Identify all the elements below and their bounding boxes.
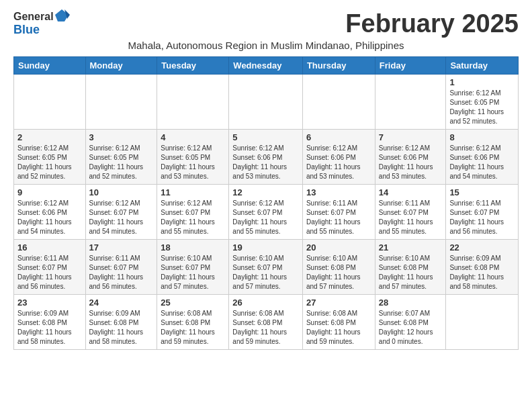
logo-general-text: General <box>13 11 54 23</box>
calendar-cell: 13Sunrise: 6:11 AM Sunset: 6:07 PM Dayli… <box>302 185 375 240</box>
calendar-cell: 1Sunrise: 6:12 AM Sunset: 6:05 PM Daylig… <box>446 75 519 130</box>
day-info: Sunrise: 6:08 AM Sunset: 6:08 PM Dayligh… <box>232 309 299 347</box>
day-number: 14 <box>379 187 443 197</box>
day-number: 15 <box>449 187 515 197</box>
day-number: 24 <box>89 298 154 308</box>
day-info: Sunrise: 6:12 AM Sunset: 6:06 PM Dayligh… <box>449 144 515 181</box>
calendar-table: SundayMondayTuesdayWednesdayThursdayFrid… <box>13 56 519 350</box>
day-info: Sunrise: 6:11 AM Sunset: 6:07 PM Dayligh… <box>89 254 154 291</box>
day-number: 11 <box>161 187 225 197</box>
calendar-cell: 23Sunrise: 6:09 AM Sunset: 6:08 PM Dayli… <box>14 295 86 350</box>
day-number: 2 <box>17 132 82 142</box>
day-info: Sunrise: 6:11 AM Sunset: 6:07 PM Dayligh… <box>306 199 371 236</box>
calendar-cell: 19Sunrise: 6:10 AM Sunset: 6:07 PM Dayli… <box>229 240 303 295</box>
calendar-cell: 27Sunrise: 6:08 AM Sunset: 6:08 PM Dayli… <box>302 295 375 350</box>
weekday-header: Tuesday <box>157 57 229 75</box>
weekday-header: Wednesday <box>229 57 303 75</box>
day-number: 4 <box>161 132 225 142</box>
calendar-cell <box>229 75 303 130</box>
day-number: 17 <box>89 242 154 253</box>
calendar-cell <box>446 295 519 350</box>
header: General Blue February 2025 <box>13 11 519 37</box>
calendar-cell: 8Sunrise: 6:12 AM Sunset: 6:06 PM Daylig… <box>446 130 519 185</box>
calendar-cell <box>14 75 86 130</box>
day-number: 16 <box>17 242 82 253</box>
day-number: 20 <box>306 242 371 253</box>
day-number: 8 <box>449 132 515 142</box>
calendar-cell <box>302 75 375 130</box>
day-number: 9 <box>17 187 82 197</box>
day-number: 25 <box>161 298 225 308</box>
day-number: 13 <box>306 187 371 197</box>
calendar-cell: 15Sunrise: 6:11 AM Sunset: 6:07 PM Dayli… <box>446 185 519 240</box>
calendar-cell: 21Sunrise: 6:10 AM Sunset: 6:08 PM Dayli… <box>375 240 446 295</box>
calendar-cell <box>375 75 446 130</box>
logo-blue-text: Blue <box>13 23 40 36</box>
weekday-header: Friday <box>375 57 446 75</box>
calendar-cell: 24Sunrise: 6:09 AM Sunset: 6:08 PM Dayli… <box>85 295 157 350</box>
day-info: Sunrise: 6:08 AM Sunset: 6:08 PM Dayligh… <box>306 309 371 347</box>
day-info: Sunrise: 6:12 AM Sunset: 6:05 PM Dayligh… <box>17 144 82 181</box>
calendar-week-row: 16Sunrise: 6:11 AM Sunset: 6:07 PM Dayli… <box>14 240 519 295</box>
calendar-week-row: 23Sunrise: 6:09 AM Sunset: 6:08 PM Dayli… <box>14 295 519 350</box>
calendar-cell: 14Sunrise: 6:11 AM Sunset: 6:07 PM Dayli… <box>375 185 446 240</box>
day-number: 26 <box>232 298 299 308</box>
calendar-cell <box>157 75 229 130</box>
day-info: Sunrise: 6:12 AM Sunset: 6:07 PM Dayligh… <box>232 199 299 236</box>
calendar-cell: 28Sunrise: 6:07 AM Sunset: 6:08 PM Dayli… <box>375 295 446 350</box>
weekday-header: Sunday <box>14 57 86 75</box>
calendar-cell: 22Sunrise: 6:09 AM Sunset: 6:08 PM Dayli… <box>446 240 519 295</box>
day-info: Sunrise: 6:12 AM Sunset: 6:06 PM Dayligh… <box>232 144 299 181</box>
calendar-cell <box>85 75 157 130</box>
day-number: 5 <box>232 132 299 142</box>
calendar-cell: 4Sunrise: 6:12 AM Sunset: 6:05 PM Daylig… <box>157 130 229 185</box>
day-number: 19 <box>232 242 299 253</box>
calendar-cell: 12Sunrise: 6:12 AM Sunset: 6:07 PM Dayli… <box>229 185 303 240</box>
day-number: 18 <box>161 242 225 253</box>
location-title: Mahala, Autonomous Region in Muslim Mind… <box>13 40 519 51</box>
calendar-week-row: 2Sunrise: 6:12 AM Sunset: 6:05 PM Daylig… <box>14 130 519 185</box>
day-info: Sunrise: 6:09 AM Sunset: 6:08 PM Dayligh… <box>17 309 82 347</box>
calendar-cell: 3Sunrise: 6:12 AM Sunset: 6:05 PM Daylig… <box>85 130 157 185</box>
calendar-cell: 6Sunrise: 6:12 AM Sunset: 6:06 PM Daylig… <box>302 130 375 185</box>
weekday-header: Saturday <box>446 57 519 75</box>
day-info: Sunrise: 6:12 AM Sunset: 6:07 PM Dayligh… <box>161 199 225 236</box>
day-info: Sunrise: 6:12 AM Sunset: 6:05 PM Dayligh… <box>449 89 515 126</box>
day-number: 23 <box>17 298 82 308</box>
day-info: Sunrise: 6:07 AM Sunset: 6:08 PM Dayligh… <box>379 309 443 347</box>
day-number: 7 <box>379 132 443 142</box>
day-number: 22 <box>449 242 515 253</box>
day-info: Sunrise: 6:10 AM Sunset: 6:07 PM Dayligh… <box>232 254 299 291</box>
day-info: Sunrise: 6:12 AM Sunset: 6:05 PM Dayligh… <box>89 144 154 181</box>
day-info: Sunrise: 6:11 AM Sunset: 6:07 PM Dayligh… <box>379 199 443 236</box>
day-number: 6 <box>306 132 371 142</box>
logo-icon <box>55 8 70 23</box>
day-info: Sunrise: 6:12 AM Sunset: 6:06 PM Dayligh… <box>17 199 82 236</box>
day-info: Sunrise: 6:12 AM Sunset: 6:07 PM Dayligh… <box>89 199 154 236</box>
calendar-cell: 20Sunrise: 6:10 AM Sunset: 6:08 PM Dayli… <box>302 240 375 295</box>
day-number: 1 <box>449 77 515 87</box>
calendar-cell: 10Sunrise: 6:12 AM Sunset: 6:07 PM Dayli… <box>85 185 157 240</box>
day-number: 28 <box>379 298 443 308</box>
day-number: 10 <box>89 187 154 197</box>
day-info: Sunrise: 6:10 AM Sunset: 6:07 PM Dayligh… <box>161 254 225 291</box>
month-title: February 2025 <box>345 11 519 36</box>
calendar-cell: 26Sunrise: 6:08 AM Sunset: 6:08 PM Dayli… <box>229 295 303 350</box>
calendar-header-row: SundayMondayTuesdayWednesdayThursdayFrid… <box>14 57 519 75</box>
calendar-cell: 17Sunrise: 6:11 AM Sunset: 6:07 PM Dayli… <box>85 240 157 295</box>
day-info: Sunrise: 6:09 AM Sunset: 6:08 PM Dayligh… <box>89 309 154 347</box>
calendar-cell: 16Sunrise: 6:11 AM Sunset: 6:07 PM Dayli… <box>14 240 86 295</box>
calendar-cell: 7Sunrise: 6:12 AM Sunset: 6:06 PM Daylig… <box>375 130 446 185</box>
day-info: Sunrise: 6:10 AM Sunset: 6:08 PM Dayligh… <box>306 254 371 291</box>
calendar-cell: 5Sunrise: 6:12 AM Sunset: 6:06 PM Daylig… <box>229 130 303 185</box>
day-number: 27 <box>306 298 371 308</box>
logo: General Blue <box>13 11 70 37</box>
weekday-header: Monday <box>85 57 157 75</box>
day-info: Sunrise: 6:09 AM Sunset: 6:08 PM Dayligh… <box>449 254 515 291</box>
calendar-cell: 11Sunrise: 6:12 AM Sunset: 6:07 PM Dayli… <box>157 185 229 240</box>
calendar-week-row: 9Sunrise: 6:12 AM Sunset: 6:06 PM Daylig… <box>14 185 519 240</box>
day-number: 3 <box>89 132 154 142</box>
day-number: 21 <box>379 242 443 253</box>
day-info: Sunrise: 6:10 AM Sunset: 6:08 PM Dayligh… <box>379 254 443 291</box>
day-info: Sunrise: 6:12 AM Sunset: 6:06 PM Dayligh… <box>306 144 371 181</box>
